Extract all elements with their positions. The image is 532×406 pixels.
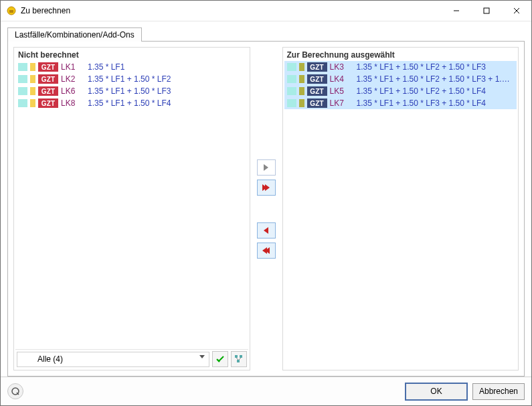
- move-all-right-button[interactable]: [257, 180, 276, 196]
- tab-content: Nicht berechnet GZTLK11.35 * LF1GZTLK21.…: [7, 42, 525, 377]
- combination-code: LK3: [330, 62, 354, 72]
- cancel-button[interactable]: Abbrechen: [472, 383, 525, 400]
- combination-formula: 1.35 * LF1 + 1.50 * LF4: [88, 98, 246, 108]
- svg-line-9: [236, 358, 238, 360]
- color-swatch-icon: [30, 99, 35, 107]
- state-badge: GZT: [307, 98, 327, 108]
- combination-code: LK2: [61, 74, 85, 84]
- panel-footer-left: Alle (4): [14, 350, 250, 370]
- color-swatch-icon: [299, 75, 304, 83]
- titlebar: Zu berechnen: [1, 1, 531, 21]
- color-swatch-icon: [287, 99, 296, 107]
- tab-load-combinations[interactable]: Lastfälle/Kombinationen/Add-Ons: [7, 27, 142, 42]
- color-swatch-icon: [299, 63, 304, 71]
- filter-value: Alle (4): [37, 354, 63, 364]
- panel-selected: Zur Berechnung ausgewählt GZTLK31.35 * L…: [282, 47, 519, 370]
- svg-rect-7: [240, 355, 242, 358]
- color-swatch-icon: [18, 75, 27, 83]
- list-item[interactable]: GZTLK51.35 * LF1 + 1.50 * LF2 + 1.50 * L…: [284, 85, 517, 97]
- list-not-calculated[interactable]: GZTLK11.35 * LF1GZTLK21.35 * LF1 + 1.50 …: [15, 61, 248, 350]
- panel-not-calculated: Nicht berechnet GZTLK11.35 * LF1GZTLK21.…: [13, 47, 250, 370]
- select-tree-button[interactable]: [231, 351, 247, 367]
- color-swatch-icon: [18, 87, 27, 95]
- color-swatch-icon: [18, 99, 27, 107]
- window-controls: [441, 1, 531, 21]
- maximize-button[interactable]: [471, 1, 501, 21]
- svg-rect-3: [484, 8, 489, 13]
- svg-rect-1: [9, 10, 13, 13]
- combination-code: LK5: [330, 86, 354, 96]
- list-item[interactable]: GZTLK81.35 * LF1 + 1.50 * LF4: [15, 97, 248, 109]
- move-right-button[interactable]: [257, 159, 276, 176]
- combination-code: LK7: [330, 98, 354, 108]
- svg-rect-8: [237, 360, 240, 362]
- list-item[interactable]: GZTLK31.35 * LF1 + 1.50 * LF2 + 1.50 * L…: [284, 61, 517, 73]
- svg-line-10: [239, 358, 241, 360]
- combination-formula: 1.35 * LF1 + 1.50 * LF3: [88, 86, 246, 96]
- combination-code: LK8: [61, 98, 85, 108]
- list-item[interactable]: GZTLK61.35 * LF1 + 1.50 * LF3: [15, 85, 248, 97]
- combination-code: LK4: [330, 74, 354, 84]
- panel-header-selected: Zur Berechnung ausgewählt: [283, 48, 519, 61]
- color-swatch-icon: [287, 87, 296, 95]
- color-swatch-icon: [299, 99, 304, 107]
- color-swatch-icon: [30, 87, 35, 95]
- state-badge: GZT: [38, 62, 58, 72]
- select-all-checked-button[interactable]: [212, 351, 228, 367]
- combination-code: LK1: [61, 62, 85, 72]
- panel-header-not-calculated: Nicht berechnet: [14, 48, 250, 61]
- combination-formula: 1.35 * LF1 + 1.50 * LF3 + 1.50 * LF4: [357, 98, 515, 108]
- move-left-button[interactable]: [257, 222, 276, 239]
- color-swatch-icon: [287, 75, 296, 83]
- state-badge: GZT: [38, 98, 58, 108]
- combination-formula: 1.35 * LF1 + 1.50 * LF2: [88, 74, 246, 84]
- combination-formula: 1.35 * LF1: [88, 62, 246, 72]
- state-badge: GZT: [38, 86, 58, 96]
- filter-dropdown[interactable]: Alle (4): [17, 352, 209, 367]
- color-swatch-icon: [30, 63, 35, 71]
- color-swatch-icon: [299, 87, 304, 95]
- close-button[interactable]: [501, 1, 531, 21]
- chevron-down-icon: [199, 355, 205, 358]
- transfer-controls: [253, 47, 280, 370]
- window-title: Zu berechnen: [21, 6, 441, 15]
- minimize-button[interactable]: [441, 1, 471, 21]
- color-swatch-icon: [18, 63, 27, 71]
- color-swatch-icon: [30, 75, 35, 83]
- color-swatch-icon: [287, 63, 296, 71]
- body-area: Lastfälle/Kombinationen/Add-Ons Nicht be…: [1, 21, 531, 377]
- list-item[interactable]: GZTLK21.35 * LF1 + 1.50 * LF2: [15, 73, 248, 85]
- list-item[interactable]: GZTLK71.35 * LF1 + 1.50 * LF3 + 1.50 * L…: [284, 97, 517, 109]
- move-all-left-button[interactable]: [257, 243, 276, 259]
- combination-formula: 1.35 * LF1 + 1.50 * LF2 + 1.50 * LF3: [357, 62, 515, 72]
- list-item[interactable]: GZTLK41.35 * LF1 + 1.50 * LF2 + 1.50 * L…: [284, 73, 517, 85]
- list-item[interactable]: GZTLK11.35 * LF1: [15, 61, 248, 73]
- combination-code: LK6: [61, 86, 85, 96]
- state-badge: GZT: [307, 62, 327, 72]
- dialog-window: Zu berechnen Lastfälle/Kombinationen/Add…: [0, 0, 532, 406]
- state-badge: GZT: [307, 86, 327, 96]
- state-badge: GZT: [38, 74, 58, 84]
- app-icon: [6, 5, 17, 16]
- list-selected[interactable]: GZTLK31.35 * LF1 + 1.50 * LF2 + 1.50 * L…: [284, 61, 517, 370]
- dialog-footer: OK Abbrechen: [1, 377, 531, 405]
- combination-formula: 1.35 * LF1 + 1.50 * LF2 + 1.50 * LF4: [357, 86, 515, 96]
- combination-formula: 1.35 * LF1 + 1.50 * LF2 + 1.50 * LF3 + 1…: [357, 74, 515, 84]
- tabbar: Lastfälle/Kombinationen/Add-Ons: [7, 25, 525, 42]
- svg-rect-6: [235, 355, 238, 358]
- help-button[interactable]: [7, 383, 23, 399]
- state-badge: GZT: [307, 74, 327, 84]
- ok-button[interactable]: OK: [406, 383, 467, 400]
